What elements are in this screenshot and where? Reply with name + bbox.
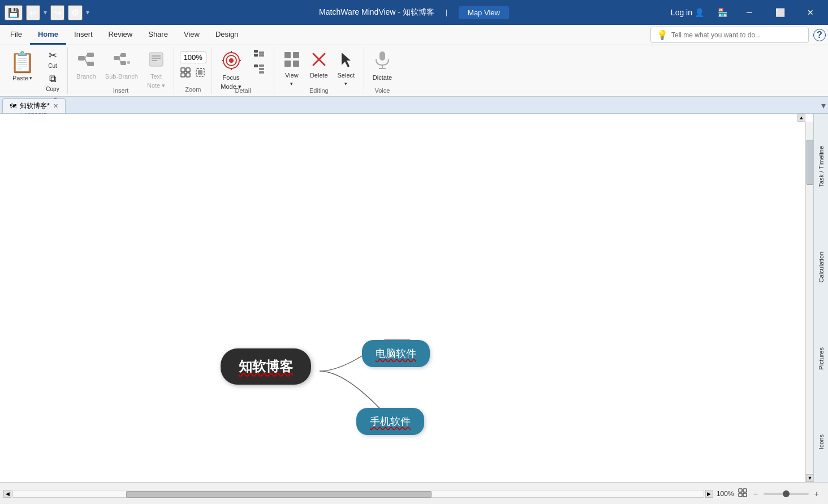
zoom-plus-button[interactable]: + <box>812 488 821 499</box>
help-button[interactable]: ? <box>813 29 826 41</box>
zoom-fit-button[interactable] <box>179 66 192 81</box>
redo-button[interactable]: ↪ <box>50 5 64 20</box>
zoom-fit-icon-button[interactable] <box>738 488 748 499</box>
svg-rect-32 <box>254 64 258 67</box>
tab-design[interactable]: Design <box>208 25 246 45</box>
svg-rect-0 <box>78 56 85 61</box>
collapse-all-button[interactable] <box>249 48 269 61</box>
save-button[interactable]: 💾 <box>5 5 23 20</box>
restore-button[interactable]: ⬜ <box>767 0 793 25</box>
svg-rect-6 <box>120 53 126 57</box>
select-button[interactable]: Select ▾ <box>333 48 359 86</box>
expand-all-button[interactable] <box>249 62 269 76</box>
vertical-scroll-thumb[interactable] <box>807 140 813 185</box>
text-note-button[interactable]: Text Note ▾ <box>143 48 169 86</box>
mind-map-root-node[interactable]: 知软博客 <box>221 348 311 385</box>
zoom-group: 100% <box>174 48 212 94</box>
svg-rect-2 <box>87 62 94 66</box>
paste-button-top[interactable]: 📋 <box>5 48 40 75</box>
login-button[interactable]: Log in 👤 <box>666 6 709 19</box>
svg-rect-38 <box>284 61 291 67</box>
dictate-button[interactable]: Dictate <box>369 48 396 86</box>
scroll-up-button[interactable]: ▲ <box>797 114 805 122</box>
tab-file[interactable]: File <box>2 25 30 45</box>
h-scroll-track[interactable] <box>12 490 704 498</box>
h-scroll-left-button[interactable]: ◀ <box>3 490 11 498</box>
zoom-slider-thumb[interactable] <box>783 490 790 497</box>
text-note-icon <box>147 50 165 71</box>
dictate-icon <box>373 50 391 72</box>
zoom-percent-value: 100% <box>184 53 202 62</box>
paste-dropdown[interactable]: Paste ▾ <box>10 75 34 83</box>
svg-rect-16 <box>186 68 190 72</box>
undo-dropdown[interactable]: ▾ <box>44 8 47 16</box>
svg-rect-46 <box>739 489 742 492</box>
voice-label: Voice <box>374 86 390 95</box>
select-icon <box>337 50 355 70</box>
cut-icon: ✂ <box>49 49 57 62</box>
undo-button[interactable]: ↩ <box>26 5 40 20</box>
zoom-minus-button[interactable]: − <box>751 488 760 499</box>
search-input[interactable] <box>671 31 803 39</box>
zoom-percent-button[interactable]: 100% <box>180 51 206 63</box>
svg-point-23 <box>229 58 234 63</box>
tab-review[interactable]: Review <box>101 25 141 45</box>
close-button[interactable]: ✕ <box>797 0 823 25</box>
view-label: | <box>446 8 447 16</box>
editing-label: Editing <box>309 86 329 95</box>
svg-rect-5 <box>114 56 119 60</box>
vertical-scrollbar[interactable]: ▼ <box>805 122 813 482</box>
store-button[interactable]: 🏪 <box>713 6 732 19</box>
ribbon: File Home Insert Review Share View Desig… <box>0 25 828 97</box>
minimize-button[interactable]: ─ <box>736 0 762 25</box>
zoom-slider[interactable] <box>764 493 809 495</box>
detail-items: Focus Mode ▾ <box>217 48 269 86</box>
doc-tabs-scroll-button[interactable]: ▾ <box>819 98 828 113</box>
cut-button[interactable]: ✂ Cut <box>42 48 63 71</box>
sidebar-tab-task-timeline[interactable]: Task / Timeline <box>816 140 827 193</box>
customize-dropdown[interactable]: ▾ <box>86 8 89 16</box>
copy-icon: ⧉ <box>49 73 57 85</box>
tab-view[interactable]: View <box>176 25 208 45</box>
svg-line-3 <box>85 55 87 58</box>
doc-tab-icon: 🗺 <box>10 102 16 110</box>
delete-button[interactable]: Delete <box>306 48 332 86</box>
canvas[interactable]: ▲ 知软博客 电脑软件 手机软件 ▼ <box>0 114 813 482</box>
tab-home[interactable]: Home <box>30 25 66 45</box>
tab-insert[interactable]: Insert <box>66 25 101 45</box>
svg-rect-20 <box>198 70 202 75</box>
copy-button[interactable]: ⧉ Copy <box>42 71 63 94</box>
svg-rect-37 <box>293 52 299 58</box>
zoom-fit-selection-button[interactable] <box>193 66 207 81</box>
branch-1-label: 电脑软件 <box>376 348 416 359</box>
h-scroll-thumb[interactable] <box>126 491 432 498</box>
mind-map-branch-1[interactable]: 电脑软件 <box>362 340 430 367</box>
svg-line-9 <box>119 55 120 58</box>
zoom-label: Zoom <box>185 85 201 94</box>
sub-branch-button[interactable]: Sub-Branch <box>101 48 142 86</box>
scroll-down-button[interactable]: ▼ <box>806 474 813 482</box>
map-view-tab[interactable]: Map View <box>459 6 509 19</box>
doc-tabs: 🗺 知软博客* ✕ ▾ <box>0 97 828 114</box>
svg-line-10 <box>119 58 120 63</box>
right-sidebar: Task / Timeline Calculation Pictures Ico… <box>813 114 828 482</box>
title-bar-center: MatchWare MindView - 知软博客 | Map View <box>319 6 509 19</box>
tab-share[interactable]: Share <box>140 25 176 45</box>
sidebar-tab-pictures[interactable]: Pictures <box>816 342 827 376</box>
clipboard-group: 📋 Paste ▾ ✂ Cut ⧉ Copy <box>0 48 68 94</box>
mind-map-branch-2[interactable]: 手机软件 <box>356 408 424 435</box>
sidebar-tab-icons[interactable]: Icons <box>816 429 827 455</box>
doc-tab-zhiruan[interactable]: 🗺 知软博客* ✕ <box>2 98 66 113</box>
title-bar: 💾 ↩ ▾ ↪ ⚙ ▾ MatchWare MindView - 知软博客 | … <box>0 0 828 25</box>
sidebar-tab-calculation[interactable]: Calculation <box>816 246 827 288</box>
doc-tab-close-button[interactable]: ✕ <box>53 102 58 110</box>
customize-button[interactable]: ⚙ <box>68 5 83 20</box>
svg-rect-29 <box>254 54 258 57</box>
svg-rect-36 <box>284 52 291 58</box>
focus-mode-button[interactable]: Focus Mode ▾ <box>217 48 245 86</box>
h-scroll-right-button[interactable]: ▶ <box>705 490 713 498</box>
branch-button[interactable]: Branch <box>72 48 100 86</box>
svg-rect-11 <box>149 53 163 66</box>
title-bar-right: Log in 👤 🏪 ─ ⬜ ✕ <box>666 0 823 25</box>
view-button[interactable]: View ▾ <box>279 48 305 86</box>
